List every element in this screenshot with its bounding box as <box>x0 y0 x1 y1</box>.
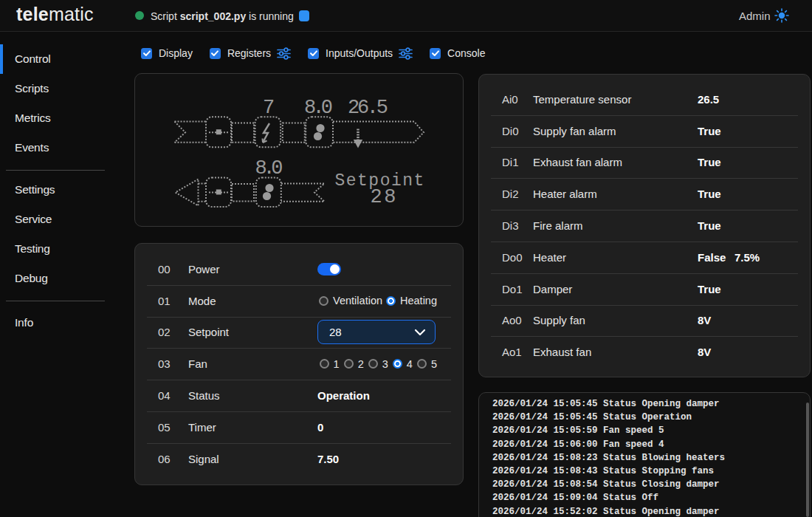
svg-text:8.0: 8.0 <box>255 157 283 179</box>
svg-text:26.5: 26.5 <box>348 97 388 119</box>
svg-text:8.0: 8.0 <box>304 97 333 119</box>
svg-text:7: 7 <box>263 97 275 119</box>
